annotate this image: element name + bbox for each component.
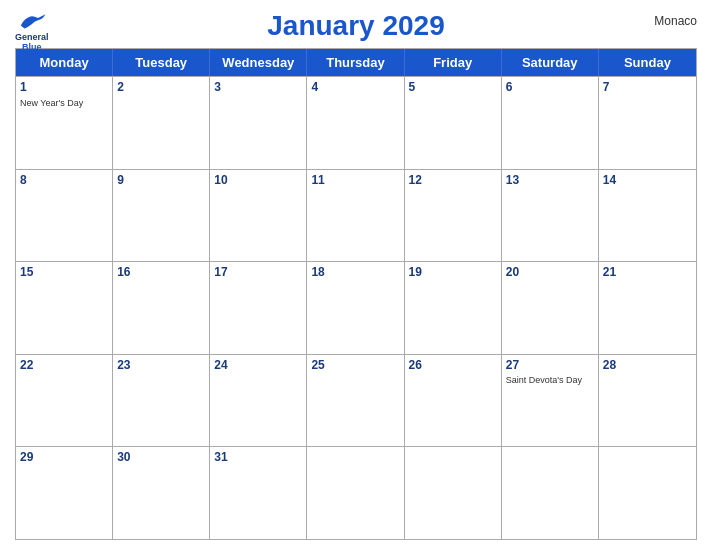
calendar-cell-13: 13 (502, 170, 599, 262)
day-number: 25 (311, 358, 399, 374)
calendar-cell-17: 17 (210, 262, 307, 354)
calendar-cell-19: 19 (405, 262, 502, 354)
day-number: 4 (311, 80, 399, 96)
calendar-week-2: 891011121314 (16, 169, 696, 262)
holiday-label: New Year's Day (20, 98, 108, 109)
calendar-cell-15: 15 (16, 262, 113, 354)
day-number: 13 (506, 173, 594, 189)
day-number: 8 (20, 173, 108, 189)
header-friday: Friday (405, 49, 502, 76)
calendar-cell-26: 26 (405, 355, 502, 447)
day-number: 23 (117, 358, 205, 374)
calendar-cell-12: 12 (405, 170, 502, 262)
calendar-cell-22: 22 (16, 355, 113, 447)
calendar-cell-8: 8 (16, 170, 113, 262)
header-sunday: Sunday (599, 49, 696, 76)
calendar-cell-10: 10 (210, 170, 307, 262)
calendar-cell-25: 25 (307, 355, 404, 447)
generalblue-logo: General Blue (15, 10, 49, 52)
calendar-grid: Monday Tuesday Wednesday Thursday Friday… (15, 48, 697, 540)
calendar-cell-31: 31 (210, 447, 307, 539)
calendar-cell-24: 24 (210, 355, 307, 447)
calendar-cell-6: 6 (502, 77, 599, 169)
day-number: 10 (214, 173, 302, 189)
country-label: Monaco (654, 14, 697, 28)
calendar-page: General Blue January 2029 Monaco Monday … (0, 0, 712, 550)
day-number: 5 (409, 80, 497, 96)
day-number: 28 (603, 358, 692, 374)
header-monday: Monday (16, 49, 113, 76)
calendar-cell-empty (307, 447, 404, 539)
logo-line1: General (15, 32, 49, 42)
calendar-week-3: 15161718192021 (16, 261, 696, 354)
day-number: 14 (603, 173, 692, 189)
calendar-cell-18: 18 (307, 262, 404, 354)
calendar-cell-27: 27Saint Devota's Day (502, 355, 599, 447)
calendar-week-4: 222324252627Saint Devota's Day28 (16, 354, 696, 447)
day-number: 12 (409, 173, 497, 189)
holiday-label: Saint Devota's Day (506, 375, 594, 386)
calendar-cell-16: 16 (113, 262, 210, 354)
calendar-week-5: 293031 (16, 446, 696, 539)
calendar-cell-7: 7 (599, 77, 696, 169)
calendar-header: General Blue January 2029 Monaco (15, 10, 697, 42)
calendar-cell-23: 23 (113, 355, 210, 447)
day-number: 26 (409, 358, 497, 374)
day-number: 22 (20, 358, 108, 374)
day-number: 24 (214, 358, 302, 374)
day-number: 17 (214, 265, 302, 281)
calendar-cell-5: 5 (405, 77, 502, 169)
calendar-cell-empty (405, 447, 502, 539)
day-number: 16 (117, 265, 205, 281)
calendar-cell-21: 21 (599, 262, 696, 354)
day-number: 15 (20, 265, 108, 281)
day-number: 30 (117, 450, 205, 466)
day-number: 3 (214, 80, 302, 96)
day-number: 7 (603, 80, 692, 96)
day-number: 2 (117, 80, 205, 96)
calendar-cell-20: 20 (502, 262, 599, 354)
calendar-body: 1New Year's Day2345678910111213141516171… (16, 76, 696, 539)
calendar-week-1: 1New Year's Day234567 (16, 76, 696, 169)
day-number: 29 (20, 450, 108, 466)
calendar-cell-14: 14 (599, 170, 696, 262)
calendar-cell-9: 9 (113, 170, 210, 262)
calendar-cell-empty (502, 447, 599, 539)
calendar-cell-1: 1New Year's Day (16, 77, 113, 169)
calendar-cell-3: 3 (210, 77, 307, 169)
logo-line2: Blue (22, 42, 42, 52)
calendar-cell-4: 4 (307, 77, 404, 169)
calendar-weekday-header: Monday Tuesday Wednesday Thursday Friday… (16, 49, 696, 76)
month-title: January 2029 (267, 10, 444, 42)
calendar-cell-28: 28 (599, 355, 696, 447)
day-number: 27 (506, 358, 594, 374)
day-number: 11 (311, 173, 399, 189)
header-tuesday: Tuesday (113, 49, 210, 76)
calendar-cell-30: 30 (113, 447, 210, 539)
header-wednesday: Wednesday (210, 49, 307, 76)
day-number: 1 (20, 80, 108, 96)
calendar-cell-empty (599, 447, 696, 539)
day-number: 6 (506, 80, 594, 96)
calendar-cell-11: 11 (307, 170, 404, 262)
calendar-cell-2: 2 (113, 77, 210, 169)
header-thursday: Thursday (307, 49, 404, 76)
day-number: 9 (117, 173, 205, 189)
day-number: 19 (409, 265, 497, 281)
day-number: 20 (506, 265, 594, 281)
day-number: 18 (311, 265, 399, 281)
day-number: 31 (214, 450, 302, 466)
calendar-cell-29: 29 (16, 447, 113, 539)
day-number: 21 (603, 265, 692, 281)
header-saturday: Saturday (502, 49, 599, 76)
